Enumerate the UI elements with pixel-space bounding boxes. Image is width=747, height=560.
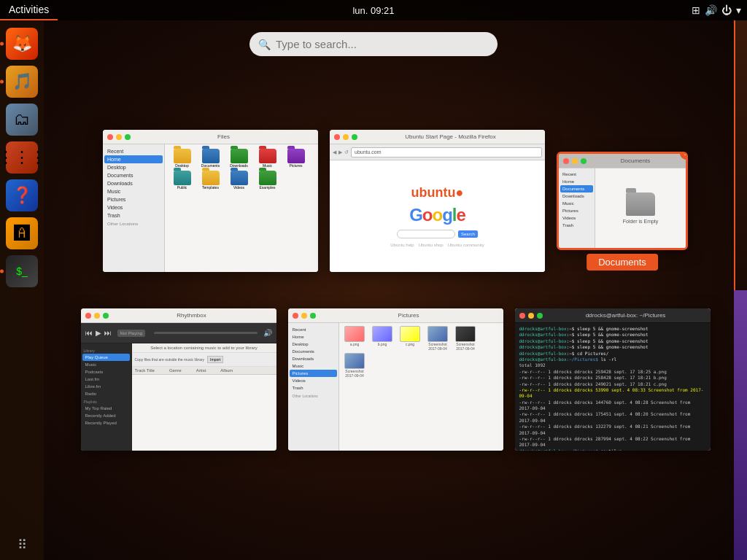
max-btn[interactable] [581, 158, 587, 164]
files-nav-trash[interactable]: Trash [104, 211, 163, 219]
pic-nav-videos[interactable]: Videos [290, 377, 337, 384]
volume-icon[interactable]: 🔊 [705, 4, 717, 16]
pic-nav-documents[interactable]: Documents [290, 348, 337, 355]
files-nav-home[interactable]: Home [104, 155, 163, 163]
pic-nav-recent[interactable]: Recent [290, 326, 337, 333]
ff-refresh[interactable]: ↺ [344, 149, 349, 155]
doc-nav-downloads[interactable]: Downloads [560, 192, 593, 200]
pic-nav-desktop[interactable]: Desktop [290, 341, 337, 348]
files-nav-desktop[interactable]: Desktop [104, 163, 163, 171]
dock-help[interactable]: ❓ [6, 179, 38, 211]
doc-nav-videos[interactable]: Videos [560, 214, 593, 222]
doc-nav-home[interactable]: Home [560, 178, 593, 185]
pictures-window[interactable]: Pictures Recent Home Desktop Documents D… [288, 308, 503, 451]
screenshot-2[interactable]: Screenshot 2017-09-04 [453, 326, 479, 351]
rb-import-btn[interactable]: Import [207, 356, 223, 363]
folder-documents[interactable]: Documents [198, 149, 223, 168]
min-btn[interactable] [301, 313, 307, 319]
ff-urlbar[interactable]: ubuntu.com [351, 147, 542, 158]
picture-b[interactable]: b.png [370, 326, 395, 351]
rb-recently-played[interactable]: Recently Played [82, 419, 130, 427]
close-btn[interactable] [107, 134, 113, 140]
dock-amazon[interactable]: 🅰 [6, 217, 38, 249]
min-btn[interactable] [528, 313, 534, 319]
files-nav-pictures[interactable]: Pictures [104, 195, 163, 203]
max-btn[interactable] [310, 313, 316, 319]
max-btn[interactable] [125, 134, 131, 140]
files-nav-recent[interactable]: Recent [104, 147, 163, 155]
close-btn[interactable] [519, 313, 525, 319]
screenshot-3[interactable]: Screenshot 2017-09-04 [342, 353, 368, 378]
rb-prev[interactable]: ⏮ [85, 329, 93, 337]
close-btn[interactable] [85, 313, 91, 319]
ff-back[interactable]: ◀ [333, 149, 336, 155]
rb-next[interactable]: ⏭ [104, 329, 112, 337]
search-input[interactable] [249, 32, 498, 56]
max-btn[interactable] [537, 313, 543, 319]
pic-nav-downloads[interactable]: Downloads [290, 355, 337, 362]
preview-desktop-2[interactable] [734, 290, 747, 560]
network-icon[interactable]: ⊞ [692, 4, 700, 16]
pic-nav-home[interactable]: Home [290, 333, 337, 341]
folder-music[interactable]: Music [255, 149, 280, 168]
rb-lastfm[interactable]: Last.fm [82, 376, 130, 383]
files-window[interactable]: Files Recent Home Desktop Documents Down… [103, 130, 318, 272]
folder-videos[interactable]: Videos [226, 171, 252, 190]
min-btn[interactable] [94, 313, 100, 319]
doc-nav-trash[interactable]: Trash [560, 222, 593, 229]
google-input[interactable] [397, 230, 455, 238]
files-nav-videos[interactable]: Videos [104, 203, 163, 211]
rhythmbox-progress[interactable] [154, 332, 257, 334]
close-btn[interactable] [563, 158, 569, 164]
terminal-window[interactable]: ddrocks@artful-box: ~/Pictures ddrocks@a… [515, 308, 711, 451]
preview-desktop-1[interactable] [734, 20, 747, 290]
min-btn[interactable] [343, 134, 349, 140]
dock-appgrid[interactable]: ⋮⋮⋮ [6, 141, 38, 174]
doc-nav-pictures[interactable]: Pictures [560, 207, 593, 214]
picture-a[interactable]: a.png [342, 326, 368, 351]
dock-firefox[interactable]: 🦊 [6, 28, 38, 60]
activities-button[interactable]: Activities [0, 0, 58, 20]
close-btn[interactable] [334, 134, 340, 140]
doc-nav-recent[interactable]: Recent [560, 171, 593, 178]
dock-files[interactable]: 🗂 [6, 104, 38, 136]
folder-templates[interactable]: Templates [198, 171, 223, 190]
doc-nav-documents[interactable]: Documents [560, 185, 593, 192]
max-btn[interactable] [352, 134, 357, 140]
dock-rhythmbox[interactable]: 🎵 [6, 66, 38, 98]
max-btn[interactable] [103, 313, 109, 319]
rb-volume[interactable]: 🔊 [263, 329, 272, 337]
close-btn[interactable] [293, 313, 298, 319]
screenshot-1[interactable]: Screenshot 2017-09-04 [425, 326, 451, 351]
rb-libre[interactable]: Libre.fm [82, 383, 130, 390]
doc-nav-music[interactable]: Music [560, 200, 593, 207]
folder-public[interactable]: Public [169, 171, 195, 190]
dock-terminal[interactable]: $_ [6, 255, 38, 287]
dock-app-grid[interactable]: ⠿ [18, 537, 27, 553]
files-nav-documents[interactable]: Documents [104, 171, 163, 179]
rhythmbox-window[interactable]: Rhythmbox ⏮ ▶ ⏭ Not Playing 🔊 Library [81, 308, 276, 451]
ff-forward[interactable]: ▶ [338, 149, 342, 155]
folder-pictures[interactable]: Pictures [283, 149, 309, 168]
pic-nav-music[interactable]: Music [290, 362, 337, 370]
folder-examples[interactable]: Examples [255, 171, 280, 190]
pic-nav-trash[interactable]: Trash [290, 384, 337, 392]
min-btn[interactable] [572, 158, 578, 164]
files-nav-downloads[interactable]: Downloads [104, 179, 163, 187]
folder-downloads[interactable]: Downloads [226, 149, 252, 168]
rb-play[interactable]: ▶ [96, 329, 101, 337]
rb-radio[interactable]: Radio [82, 390, 130, 397]
rb-podcasts[interactable]: Podcasts [82, 368, 130, 376]
pic-nav-pictures[interactable]: Pictures [290, 370, 337, 377]
rb-top-rated[interactable]: My Top Rated [82, 405, 130, 412]
documents-window[interactable]: × Documents Recent Home Documents Downlo… [557, 152, 688, 250]
folder-desktop[interactable]: Desktop [169, 149, 195, 168]
rb-music[interactable]: Music [82, 361, 130, 368]
power-menu-icon[interactable]: ▾ [736, 4, 741, 16]
rb-recently-added[interactable]: Recently Added [82, 412, 130, 419]
files-nav-music[interactable]: Music [104, 187, 163, 195]
rb-play-queue[interactable]: Play Queue [82, 354, 130, 361]
power-icon[interactable]: ⏻ [721, 4, 732, 16]
firefox-window[interactable]: Ubuntu Start Page - Mozilla Firefox ◀ ▶ … [330, 130, 545, 272]
min-btn[interactable] [116, 134, 122, 140]
